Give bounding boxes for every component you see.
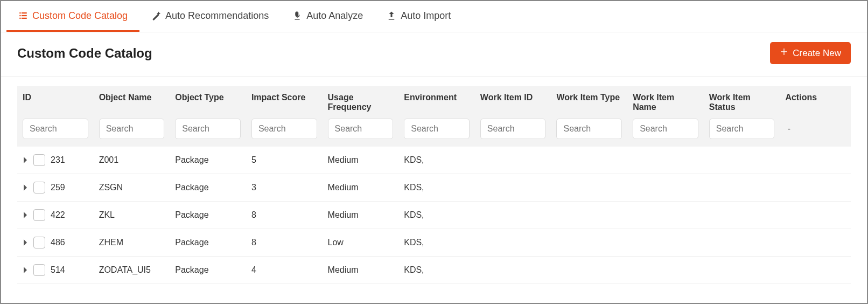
tab-label: Auto Analyze (306, 10, 363, 22)
cell-work-item-id (475, 147, 551, 174)
cell-impact-score: 8 (246, 229, 323, 257)
cell-work-item-name (627, 229, 704, 257)
col-header-work-item-id[interactable]: Work Item ID (475, 86, 551, 119)
row-checkbox[interactable] (33, 264, 45, 276)
col-header-object-name[interactable]: Object Name (94, 86, 170, 119)
wand-icon (151, 11, 161, 20)
cell-id: 422 (51, 210, 65, 220)
chevron-right-icon[interactable] (23, 184, 28, 191)
svg-rect-3 (22, 15, 27, 16)
cell-environment: KDS, (398, 229, 475, 257)
cell-object-name: Z001 (94, 147, 170, 174)
search-object-name[interactable] (99, 119, 165, 139)
chevron-right-icon[interactable] (23, 239, 28, 246)
cell-work-item-status (704, 202, 780, 229)
row-checkbox[interactable] (33, 154, 45, 166)
col-header-id[interactable]: ID (17, 86, 94, 119)
col-header-work-item-status[interactable]: Work Item Status (704, 86, 780, 119)
create-new-button[interactable]: Create New (770, 42, 851, 64)
row-checkbox[interactable] (33, 182, 45, 194)
cell-impact-score: 5 (246, 147, 323, 174)
table-row: 486ZHEMPackage8LowKDS, (17, 229, 851, 257)
cell-work-item-status (704, 174, 780, 202)
tab-auto-analyze[interactable]: Auto Analyze (281, 1, 375, 32)
microscope-icon (292, 11, 302, 20)
chevron-right-icon[interactable] (23, 156, 28, 164)
cell-usage-frequency: Medium (323, 202, 399, 229)
cell-work-item-status (704, 147, 780, 174)
tab-auto-import[interactable]: Auto Import (375, 1, 463, 32)
actions-filter-placeholder: - (785, 123, 790, 134)
cell-work-item-type (551, 174, 627, 202)
plus-icon (780, 47, 788, 59)
search-work-item-name[interactable] (633, 119, 698, 139)
cell-usage-frequency: Medium (323, 174, 399, 202)
cell-work-item-status (704, 257, 780, 284)
search-usage-frequency[interactable] (328, 119, 394, 139)
search-impact-score[interactable] (251, 119, 317, 139)
page-title: Custom Code Catalog (17, 46, 152, 61)
cell-work-item-id (475, 229, 551, 257)
list-icon (18, 11, 28, 20)
cell-object-name: ZSGN (94, 174, 170, 202)
cell-actions (780, 174, 851, 202)
cell-object-type: Package (170, 147, 246, 174)
svg-rect-1 (22, 12, 27, 13)
col-header-impact-score[interactable]: Impact Score (246, 86, 323, 119)
cell-usage-frequency: Medium (323, 257, 399, 284)
page-header: Custom Code Catalog Create New (1, 32, 867, 77)
row-checkbox[interactable] (33, 209, 45, 221)
svg-rect-5 (22, 18, 27, 19)
search-work-item-id[interactable] (480, 119, 546, 139)
cell-id: 486 (51, 238, 65, 247)
cell-object-type: Package (170, 174, 246, 202)
cell-work-item-status (704, 229, 780, 257)
col-header-work-item-type[interactable]: Work Item Type (551, 86, 627, 119)
col-header-usage-frequency[interactable]: Usage Frequency (323, 86, 399, 119)
search-work-item-status[interactable] (709, 119, 775, 139)
tab-label: Custom Code Catalog (32, 10, 128, 22)
svg-rect-4 (19, 18, 20, 19)
tab-label: Auto Import (401, 10, 451, 22)
cell-object-type: Package (170, 257, 246, 284)
search-id[interactable] (23, 119, 88, 139)
table-row: 514ZODATA_UI5Package4MediumKDS, (17, 257, 851, 284)
cell-id: 514 (51, 265, 65, 275)
search-environment[interactable] (404, 119, 470, 139)
tab-auto-recommendations[interactable]: Auto Recommendations (139, 1, 281, 32)
cell-environment: KDS, (398, 147, 475, 174)
col-header-work-item-name[interactable]: Work Item Name (627, 86, 704, 119)
cell-actions (780, 147, 851, 174)
col-header-object-type[interactable]: Object Type (170, 86, 246, 119)
cell-work-item-name (627, 202, 704, 229)
cell-object-type: Package (170, 229, 246, 257)
cell-object-type: Package (170, 202, 246, 229)
cell-object-name: ZHEM (94, 229, 170, 257)
cell-work-item-name (627, 174, 704, 202)
row-checkbox[interactable] (33, 237, 45, 248)
col-header-actions: Actions (780, 86, 851, 119)
catalog-table: ID Object Name Object Type Impact Score … (17, 86, 851, 284)
tab-custom-code-catalog[interactable]: Custom Code Catalog (6, 1, 139, 32)
cell-actions (780, 202, 851, 229)
svg-rect-0 (19, 12, 20, 13)
cell-id: 231 (51, 155, 65, 165)
cell-usage-frequency: Medium (323, 147, 399, 174)
cell-work-item-type (551, 229, 627, 257)
cell-actions (780, 229, 851, 257)
chevron-right-icon[interactable] (23, 211, 28, 219)
cell-work-item-type (551, 257, 627, 284)
table-container: ID Object Name Object Type Impact Score … (1, 77, 867, 284)
cell-impact-score: 4 (246, 257, 323, 284)
cell-id: 259 (51, 183, 65, 192)
chevron-right-icon[interactable] (23, 266, 28, 274)
table-row: 259ZSGNPackage3MediumKDS, (17, 174, 851, 202)
cell-usage-frequency: Low (323, 229, 399, 257)
cell-work-item-type (551, 202, 627, 229)
cell-work-item-type (551, 147, 627, 174)
cell-environment: KDS, (398, 174, 475, 202)
col-header-environment[interactable]: Environment (398, 86, 475, 119)
search-work-item-type[interactable] (556, 119, 622, 139)
search-object-type[interactable] (175, 119, 241, 139)
cell-actions (780, 257, 851, 284)
